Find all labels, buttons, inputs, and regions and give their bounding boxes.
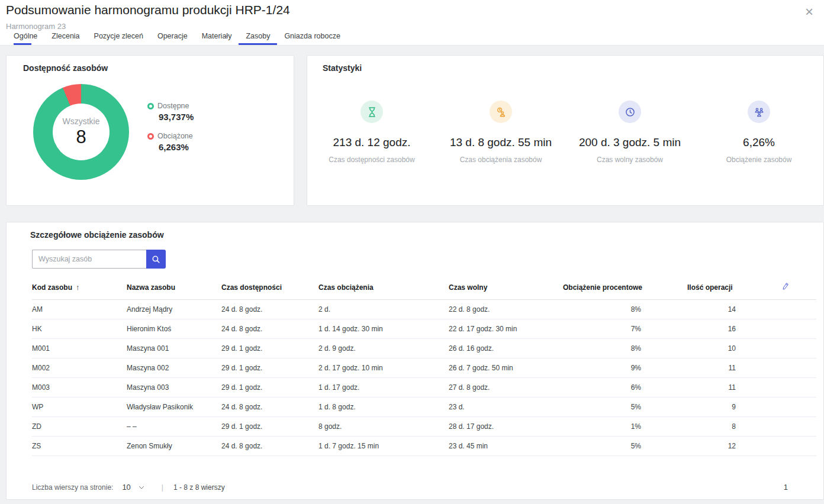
cell-procent: 9% — [563, 358, 641, 378]
stat-availability-time: 213 d. 12 godz. Czas dostępności zasobów — [307, 101, 436, 164]
search-button[interactable] — [146, 250, 166, 269]
cell-obciazenie: 2 d. 9 godz. — [318, 339, 449, 358]
close-icon[interactable]: × — [803, 2, 816, 21]
resource-search — [32, 250, 823, 269]
cell-nazwa: Andrzej Mądry — [127, 300, 221, 319]
cell-operacje: 14 — [641, 300, 736, 319]
cell-edit — [736, 339, 816, 358]
cell-obciazenie: 1 d. 14 godz. 30 min — [318, 319, 449, 339]
table-row: M002 Maszyna 002 29 d. 1 godz. 2 d. 17 g… — [32, 358, 816, 378]
stat-free-time: 200 d. 3 godz. 5 min Czas wolny zasobów — [565, 101, 694, 164]
column-header-nazwa-zasobu[interactable]: Nazwa zasobu — [127, 277, 221, 300]
table-footer: Liczba wierszy na stronie: 10 | 1 - 8 z … — [32, 483, 815, 492]
table-row: WP Władysław Pasikonik 24 d. 8 godz. 1 d… — [32, 398, 816, 417]
schedule-subtitle: Harmonogram 23 — [6, 22, 66, 31]
page-number[interactable]: 1 — [784, 483, 788, 492]
tab-materialy[interactable]: Materiały — [195, 30, 239, 45]
rows-per-page-value: 10 — [122, 483, 130, 492]
cell-dostepnosc: 29 d. 1 godz. — [221, 417, 318, 437]
page-title: Podsumowanie harmonogramu produkcji HRP-… — [6, 3, 290, 17]
tab-operacje[interactable]: Operacje — [150, 30, 195, 45]
column-header-label: Nazwa zasobu — [127, 283, 175, 292]
column-header-obciazenie-procentowe[interactable]: Obciążenie procentowe — [563, 277, 641, 300]
column-header-czas-obciazenia[interactable]: Czas obciążenia — [318, 277, 449, 300]
statistics-card: Statystyki 213 d. 12 godz. Czas dostępno… — [307, 55, 824, 206]
cell-kod: ZS — [32, 437, 127, 456]
rows-per-page-select[interactable]: 10 — [113, 483, 144, 492]
tab-zasoby[interactable]: Zasoby — [239, 30, 277, 45]
search-input[interactable] — [32, 250, 146, 269]
column-header-czas-dostepnosci[interactable]: Czas dostępności — [221, 277, 318, 300]
cell-obciazenie: 1 d. 17 godz. — [318, 378, 449, 398]
cell-procent: 5% — [563, 398, 641, 417]
cell-nazwa: Maszyna 002 — [127, 358, 221, 378]
statistics-card-title: Statystyki — [323, 63, 823, 73]
cell-dostepnosc: 24 d. 8 godz. — [221, 437, 318, 456]
cell-edit — [736, 300, 816, 319]
cell-dostepnosc: 29 d. 1 godz. — [221, 339, 318, 358]
pencil-icon — [781, 282, 790, 291]
cell-dostepnosc: 24 d. 8 godz. — [221, 398, 318, 417]
cell-kod: M001 — [32, 339, 127, 358]
donut-legend: Dostępne 93,737% Obciążone 6,263% — [147, 102, 194, 162]
table-row: M001 Maszyna 001 29 d. 1 godz. 2 d. 9 go… — [32, 339, 816, 358]
cell-wolny: 23 d. — [449, 398, 563, 417]
stat-label: Czas dostępności zasobów — [307, 156, 436, 164]
cell-wolny: 22 d. 8 godz. — [449, 300, 563, 319]
cell-kod: ZD — [32, 417, 127, 437]
cell-dostepnosc: 29 d. 1 godz. — [221, 378, 318, 398]
cell-operacje: 11 — [641, 358, 736, 378]
cell-operacje: 9 — [641, 398, 736, 417]
tab-zlecenia[interactable]: Zlecenia — [44, 30, 86, 45]
legend-label: Dostępne — [157, 102, 189, 110]
cell-wolny: 22 d. 17 godz. 30 min — [449, 319, 563, 339]
cell-edit — [736, 378, 816, 398]
legend-dot — [147, 103, 154, 109]
team-icon — [748, 101, 770, 123]
stat-value: 6,26% — [694, 136, 823, 149]
cell-nazwa: Maszyna 001 — [127, 339, 221, 358]
cell-edit — [736, 417, 816, 437]
cell-procent: 1% — [563, 417, 641, 437]
cell-wolny: 27 d. 8 godz. — [449, 378, 563, 398]
column-header-edit — [736, 277, 816, 300]
legend-dot — [147, 133, 154, 140]
tab-gniazda-robocze[interactable]: Gniazda robocze — [277, 30, 347, 45]
column-header-label: Czas wolny — [449, 283, 487, 292]
rows-per-page-label: Liczba wierszy na stronie: — [32, 483, 113, 492]
table-header-row: Kod zasobu↑ Nazwa zasobu Czas dostępnośc… — [32, 277, 816, 300]
column-header-label: Czas dostępności — [221, 283, 282, 292]
legend-item-loaded: Obciążone 6,263% — [147, 132, 194, 152]
column-header-kod-zasobu[interactable]: Kod zasobu↑ — [32, 277, 127, 300]
cell-obciazenie: 2 d. 17 godz. 10 min — [318, 358, 449, 378]
cell-edit — [736, 398, 816, 417]
cell-nazwa: Zenon Smukły — [127, 437, 221, 456]
resource-table: Kod zasobu↑ Nazwa zasobu Czas dostępnośc… — [32, 277, 816, 456]
cell-wolny: 26 d. 16 godz. — [449, 339, 563, 358]
cell-nazwa: Władysław Pasikonik — [127, 398, 221, 417]
cell-wolny: 28 d. 17 godz. — [449, 417, 563, 437]
footer-divider: | — [162, 483, 163, 492]
cell-procent: 8% — [563, 339, 641, 358]
cell-obciazenie: 2 d. — [318, 300, 449, 319]
tab-ogolne[interactable]: Ogólne — [7, 30, 44, 45]
cell-edit — [736, 319, 816, 339]
cell-kod: M002 — [32, 358, 127, 378]
cell-operacje: 10 — [641, 339, 736, 358]
tab-pozycje-zlecen[interactable]: Pozycje zleceń — [87, 30, 150, 45]
legend-item-available: Dostępne 93,737% — [147, 102, 194, 122]
stat-load-time: 13 d. 8 godz. 55 min Czas obciążenia zas… — [436, 101, 565, 164]
resource-load-title: Szczegółowe obciążenie zasobów — [30, 230, 823, 240]
column-header-ilosc-operacji[interactable]: Ilość operacji — [641, 277, 736, 300]
cell-procent: 5% — [563, 437, 641, 456]
row-range-label: 1 - 8 z 8 wierszy — [173, 483, 225, 492]
table-row: M003 Maszyna 003 29 d. 1 godz. 1 d. 17 g… — [32, 378, 816, 398]
cell-kod: HK — [32, 319, 127, 339]
stat-label: Obciążenie zasobów — [694, 156, 823, 164]
donut-center-label: Wszystkie — [63, 117, 100, 126]
column-header-czas-wolny[interactable]: Czas wolny — [449, 277, 563, 300]
table-row: AM Andrzej Mądry 24 d. 8 godz. 2 d. 22 d… — [32, 300, 816, 319]
stat-label: Czas obciążenia zasobów — [436, 156, 565, 164]
edit-columns-button[interactable] — [781, 282, 790, 291]
availability-donut: Wszystkie 8 — [33, 84, 129, 180]
